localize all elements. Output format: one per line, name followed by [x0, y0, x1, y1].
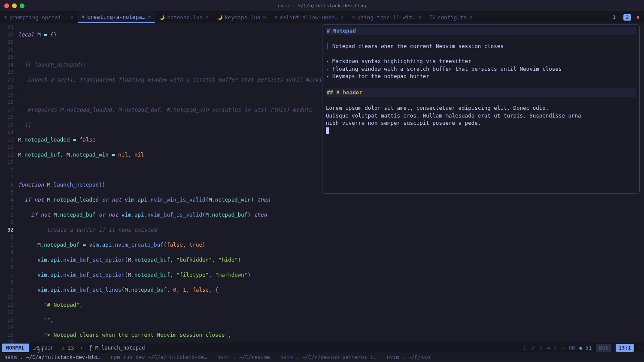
markdown-icon: ⌘ [352, 15, 355, 20]
lua-icon: 🌙 [217, 15, 222, 20]
lua-icon: 🌙 [159, 15, 164, 20]
markdown-icon: ⌘ [82, 15, 85, 19]
tab-label: keymaps.lua [225, 14, 261, 21]
tabbar-right: 1 2 ✖ [610, 14, 644, 21]
notepad-paragraph: nibh viverra non semper suscipit posuere… [326, 119, 636, 127]
markdown-icon: ⌘ [275, 15, 277, 20]
maximize-icon[interactable] [20, 3, 24, 8]
close-icon[interactable] [4, 3, 9, 8]
notepad-quote: Notepad clears when the current Neovim s… [332, 43, 504, 49]
bullet-icon: - [326, 73, 332, 79]
bullet-icon: - [326, 66, 332, 72]
tab-label: eslint-allow-unde… [280, 14, 338, 21]
line-count: ◉ 51 [579, 345, 592, 351]
close-icon[interactable]: ✕ [148, 14, 151, 20]
notepad-paragraph: Quisque volutpat mattis eros. Nullam mal… [326, 112, 636, 120]
tab-count-2: 2 [623, 14, 632, 21]
close-icon[interactable]: ✕ [263, 14, 266, 20]
markdown-icon: ⌘ [4, 15, 7, 20]
tab-label: notepad.lua [167, 14, 203, 21]
tab-using-trpc[interactable]: ⌘using-trpc-11-wit…✕ [348, 11, 425, 23]
close-icon[interactable]: ✕ [418, 14, 421, 20]
info-icon: i [523, 345, 526, 351]
tmux-window[interactable]: nvim . ~/C/resume [217, 354, 270, 360]
typescript-icon: TS [430, 15, 435, 20]
status-on: ON [569, 345, 575, 351]
scroll-position: Bot [596, 344, 611, 352]
tab-keymaps-lua[interactable]: 🌙keymaps.lua✕ [213, 11, 270, 23]
tab-label: prompting-openai-… [9, 14, 67, 21]
traffic-lights [4, 3, 24, 8]
tab-config-ts[interactable]: TSconfig.ts✕ [425, 11, 477, 23]
notepad-paragraph: Lorem ipsum dolor sit amet, consectetuer… [326, 104, 636, 112]
blockquote-bar-icon: │ [326, 43, 332, 49]
tmux-window[interactable]: npm run dev ~/C/a/fullstack-de… [111, 354, 207, 360]
notepad-heading-2: ## A header [326, 88, 636, 97]
bullet-icon: - [326, 58, 332, 64]
cursor-icon [326, 127, 329, 134]
tab-notepad-lua[interactable]: 🌙notepad.lua✕ [155, 11, 213, 23]
current-function: ƒ M.launch_notepad [85, 345, 148, 351]
notepad-bullet: Floating window with a scratch buffer th… [332, 66, 562, 72]
expand-icon: ⤢ [531, 345, 535, 351]
tab-label: config.ts [437, 14, 467, 21]
tmux-window[interactable]: nvim . ~/C/r/design_patterns_i… [280, 354, 377, 360]
close-icon[interactable]: ✕ [70, 14, 73, 20]
newline-icon: ↵ [562, 345, 565, 351]
vim-mode-indicator: NORMAL [2, 344, 29, 352]
tab-creating-a-notepad[interactable]: ⌘creating-a-notepa…✕ [78, 11, 155, 23]
close-icon[interactable]: ✕ [205, 14, 208, 20]
git-branch: ⎇main [29, 345, 58, 351]
macos-titlebar: nvim . ~/C/a/fullstack-dev-blog [0, 0, 644, 11]
notepad-float-window[interactable]: # Notepad │ Notepad clears when the curr… [322, 24, 640, 194]
close-icon[interactable]: ✕ [469, 14, 472, 20]
tab-count-1: 1 [610, 14, 618, 21]
tab-eslint-allow[interactable]: ⌘eslint-allow-unde…✕ [270, 11, 348, 23]
window-title: nvim . ~/C/a/fullstack-dev-blog [278, 3, 366, 9]
cursor-position: 13:1 [616, 344, 634, 352]
notepad-heading-1: # Notepad [326, 27, 636, 35]
tab-prompting-openai[interactable]: ⌘prompting-openai-…✕ [0, 11, 78, 23]
error-icon[interactable]: ✖ [636, 14, 640, 21]
tab-label: creating-a-notepa… [87, 14, 145, 20]
close-icon[interactable]: ✕ [340, 14, 343, 20]
line-number-gutter: 31 2928 26252423 21201918171615141312111… [0, 23, 18, 343]
minimize-icon[interactable] [12, 3, 17, 8]
statusline-right: i ⤢ / ⇥ / ↵ ON ◉ 51 Bot 13:1 ≡ [523, 344, 644, 352]
tmux-window[interactable]: nvim . ~/C/a/fullstack-dev-blo… [4, 354, 100, 360]
tmux-window[interactable]: nvim . ~/C/iso [387, 354, 430, 360]
notepad-bullet: Keymaps for the notepad buffer [332, 73, 429, 79]
buffer-tab-bar: ⌘prompting-openai-…✕ ⌘creating-a-notepa…… [0, 11, 644, 23]
branch-icon: ⎇ [33, 345, 39, 351]
tab-icon: ⇥ [547, 345, 550, 351]
function-icon: ƒ [89, 345, 92, 351]
diagnostics-warn[interactable]: ⚠ 23 [58, 345, 77, 351]
notepad-bullet: Markdown syntax highlighting via treesit… [332, 58, 471, 64]
tab-label: using-trpc-11-wit… [357, 14, 415, 21]
